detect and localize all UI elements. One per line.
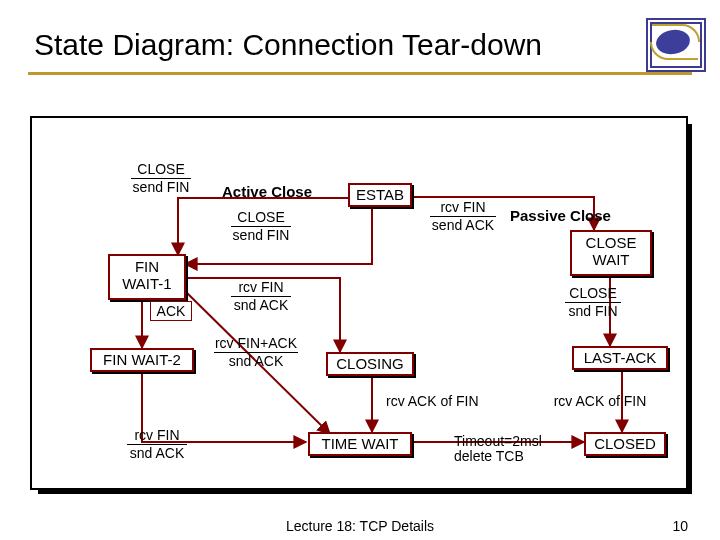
label-active-close: Active Close	[222, 183, 312, 200]
label-close-sendfin-1: CLOSE send FIN	[126, 162, 196, 196]
label-rcvfinack-sndack: rcv FIN+ACK snd ACK	[204, 336, 308, 370]
logo	[646, 18, 702, 68]
state-close-wait: CLOSE WAIT	[570, 230, 652, 276]
state-fin-wait-2: FIN WAIT-2	[90, 348, 194, 372]
label-close-sendfin-2: CLOSE send FIN	[226, 210, 296, 244]
page-title: State Diagram: Connection Tear-down	[34, 28, 542, 62]
state-last-ack: LAST-ACK	[572, 346, 668, 370]
slide: State Diagram: Connection Tear-down	[0, 0, 720, 540]
label-passive-close: Passive Close	[510, 207, 611, 224]
label-rcvackfin-1: rcv ACK of FIN	[386, 394, 506, 409]
state-closed: CLOSED	[584, 432, 666, 456]
state-ack: ACK	[150, 301, 192, 321]
label-close-sndfin: CLOSE snd FIN	[558, 286, 628, 320]
state-estab: ESTAB	[348, 183, 412, 207]
label-rcvfin-sndack-1: rcv FIN snd ACK	[226, 280, 296, 314]
page-number: 10	[672, 518, 688, 534]
label-rcvackfin-2: rcv ACK of FIN	[540, 394, 660, 409]
label-rcvfin-sendack: rcv FIN send ACK	[424, 200, 502, 234]
label-timeout-delete: Timeout=2msl delete TCB	[454, 434, 564, 465]
footer-text: Lecture 18: TCP Details	[0, 518, 720, 534]
state-closing: CLOSING	[326, 352, 414, 376]
title-underline	[28, 72, 692, 75]
label-rcvfin-sndack-2: rcv FIN snd ACK	[122, 428, 192, 462]
state-fin-wait-1: FIN WAIT-1	[108, 254, 186, 300]
state-time-wait: TIME WAIT	[308, 432, 412, 456]
